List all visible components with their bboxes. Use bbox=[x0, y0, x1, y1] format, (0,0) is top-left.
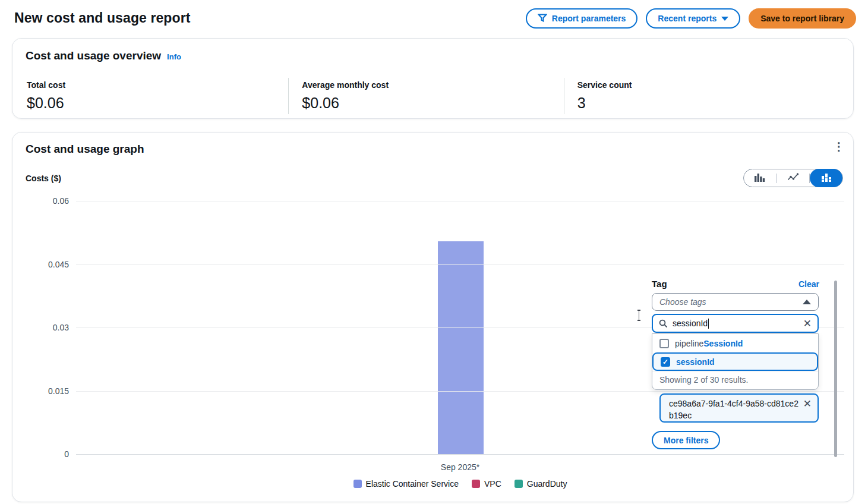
line-chart-icon bbox=[787, 173, 799, 184]
y-tick-label: 0.06 bbox=[53, 196, 69, 206]
tag-filter-label: Tag bbox=[652, 279, 667, 289]
recent-reports-button[interactable]: Recent reports bbox=[646, 8, 740, 29]
gridline bbox=[76, 264, 844, 265]
remove-token-icon[interactable]: ✕ bbox=[803, 399, 812, 418]
metric-service-count: Service count 3 bbox=[564, 78, 839, 114]
y-tick-label: 0.045 bbox=[48, 260, 69, 269]
vertical-scrollbar[interactable] bbox=[834, 281, 837, 457]
checkbox-checked[interactable]: ✓ bbox=[661, 357, 670, 367]
tag-options-dropdown: pipelineSessionId ✓ sessionId Showing 2 … bbox=[652, 333, 819, 390]
page: New cost and usage report Report paramet… bbox=[0, 0, 868, 504]
kebab-menu-icon[interactable]: ⋮ bbox=[833, 142, 845, 152]
y-tick-label: 0.015 bbox=[48, 386, 69, 396]
legend-swatch bbox=[515, 480, 523, 488]
option-sessionid[interactable]: ✓ sessionId bbox=[652, 352, 818, 371]
metric-total-cost: Total cost $0.06 bbox=[27, 78, 288, 114]
info-link[interactable]: Info bbox=[167, 52, 181, 61]
choose-tags-placeholder: Choose tags bbox=[659, 297, 803, 307]
chevron-down-icon bbox=[721, 17, 728, 21]
legend-label: VPC bbox=[484, 479, 501, 489]
stacked-bar-sep-2025[interactable] bbox=[438, 241, 484, 454]
legend-item[interactable]: GuardDuty bbox=[515, 479, 567, 489]
metric-label: Average monthly cost bbox=[302, 80, 563, 90]
gridline bbox=[76, 391, 844, 392]
option-label: pipelineSessionId bbox=[675, 339, 743, 348]
graph-title: Cost and usage graph bbox=[26, 143, 144, 155]
chart-legend: Elastic Container ServiceVPCGuardDuty bbox=[76, 479, 844, 489]
legend-swatch bbox=[353, 480, 362, 488]
metric-value: $0.06 bbox=[302, 94, 563, 112]
y-tick-label: 0 bbox=[64, 449, 69, 459]
legend-swatch bbox=[472, 480, 480, 488]
chevron-up-icon bbox=[803, 300, 811, 304]
chart-type-segmented-control bbox=[743, 169, 843, 187]
x-tick-label: Sep 2025* bbox=[76, 462, 844, 472]
overview-metrics: Total cost $0.06 Average monthly cost $0… bbox=[27, 78, 839, 114]
search-icon bbox=[659, 319, 668, 328]
metric-label: Total cost bbox=[27, 80, 288, 90]
metric-average-monthly-cost: Average monthly cost $0.06 bbox=[288, 78, 563, 114]
filter-funnel-icon bbox=[538, 13, 547, 24]
gridline bbox=[76, 454, 844, 455]
check-icon: ✓ bbox=[662, 358, 668, 366]
metric-value: 3 bbox=[577, 94, 839, 112]
choose-tags-select[interactable]: Choose tags bbox=[652, 293, 819, 311]
stacked-bar-chart-type-button[interactable] bbox=[810, 169, 842, 187]
overview-title: Cost and usage overview bbox=[26, 49, 161, 62]
gridline bbox=[76, 201, 844, 201]
bar-chart-icon bbox=[754, 172, 766, 184]
legend-item[interactable]: Elastic Container Service bbox=[353, 479, 459, 489]
tag-search-input[interactable]: sessionId ✕ bbox=[652, 314, 819, 333]
y-tick-label: 0.03 bbox=[53, 323, 69, 332]
selected-tag-token: ce98a6a7-9fa1-4cf4-9a58-cd81ce2b19ec ✕ bbox=[659, 393, 819, 423]
clear-search-icon[interactable]: ✕ bbox=[803, 319, 812, 329]
recent-reports-label: Recent reports bbox=[658, 14, 717, 23]
option-label: sessionId bbox=[676, 357, 715, 367]
checkbox-unchecked[interactable] bbox=[659, 339, 669, 348]
save-to-report-library-button[interactable]: Save to report library bbox=[749, 8, 856, 29]
legend-item[interactable]: VPC bbox=[472, 479, 501, 489]
search-input-value: sessionId bbox=[673, 319, 709, 329]
report-parameters-label: Report parameters bbox=[552, 14, 626, 23]
metric-value: $0.06 bbox=[27, 94, 288, 112]
clear-link[interactable]: Clear bbox=[798, 279, 819, 289]
option-pipelinesessionid[interactable]: pipelineSessionId bbox=[652, 334, 818, 352]
line-chart-type-button[interactable] bbox=[777, 169, 810, 187]
cost-usage-overview-card: Cost and usage overview Info Total cost … bbox=[12, 38, 854, 119]
token-value: ce98a6a7-9fa1-4cf4-9a58-cd81ce2b19ec bbox=[669, 398, 798, 418]
report-parameters-button[interactable]: Report parameters bbox=[526, 8, 638, 29]
stacked-bar-chart-icon bbox=[820, 172, 832, 184]
legend-label: Elastic Container Service bbox=[366, 479, 459, 489]
metric-label: Service count bbox=[577, 80, 839, 90]
results-count-text: Showing 2 of 30 results. bbox=[652, 371, 818, 389]
more-filters-button[interactable]: More filters bbox=[652, 431, 720, 449]
y-axis-title: Costs ($) bbox=[26, 174, 61, 183]
bar-chart-type-button[interactable] bbox=[744, 169, 777, 187]
more-filters-label: More filters bbox=[664, 436, 708, 445]
page-title: New cost and usage report bbox=[14, 10, 190, 26]
toolbar: Report parameters Recent reports Save to… bbox=[526, 8, 856, 29]
save-label: Save to report library bbox=[760, 14, 844, 23]
text-cursor bbox=[636, 310, 642, 321]
legend-label: GuardDuty bbox=[527, 479, 567, 489]
